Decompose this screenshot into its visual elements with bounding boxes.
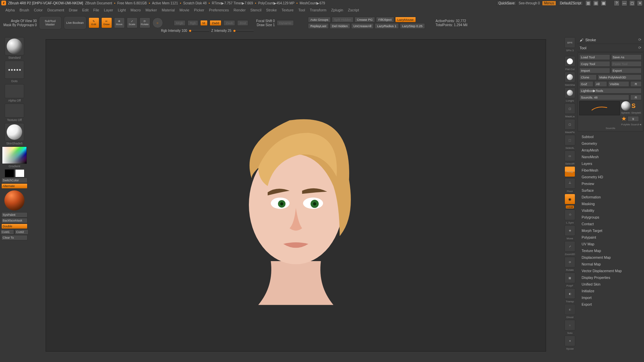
section-masking[interactable]: Masking xyxy=(577,200,644,207)
menu-stroke[interactable]: Stroke xyxy=(264,7,279,13)
section-import[interactable]: Import xyxy=(577,294,644,301)
scale-mode-button[interactable]: ⤢Scale xyxy=(127,17,138,28)
menu-preferences[interactable]: Preferences xyxy=(207,7,231,13)
m-button[interactable]: M xyxy=(200,20,208,26)
goz-visible-button[interactable]: Visible xyxy=(608,81,629,87)
lazymouse-button[interactable]: LazyMouse xyxy=(395,17,416,22)
zsub-button[interactable]: Zsub xyxy=(223,20,235,26)
panel-layout-2-icon[interactable]: ▤ xyxy=(593,0,599,6)
transp-button[interactable]: ◐ xyxy=(565,288,575,299)
alpha-slot[interactable] xyxy=(5,84,24,98)
local-button[interactable]: ◉ xyxy=(565,194,575,204)
z-intensity[interactable]: Z Intensity 25 xyxy=(211,29,231,33)
close-icon[interactable]: ✕ xyxy=(637,0,643,6)
rgb-button[interactable]: Rgb xyxy=(187,20,198,26)
rgb-intensity[interactable]: Rgb Intensity 100 xyxy=(161,29,187,33)
section-polypaint[interactable]: Polypaint xyxy=(577,234,644,241)
color-swatch-white[interactable] xyxy=(15,169,24,177)
menu-edit[interactable]: Edit xyxy=(80,7,91,13)
stroke-header[interactable]: 🖌 Stroke ⟳ xyxy=(577,36,644,44)
maximize-icon[interactable]: ▢ xyxy=(629,0,635,6)
current-tool-name[interactable]: Sourcils. 48 xyxy=(579,95,629,100)
section-visibility[interactable]: Visibility xyxy=(577,207,644,214)
menu-texture[interactable]: Texture xyxy=(279,7,296,13)
section-layers[interactable]: Layers xyxy=(577,160,644,167)
menu-stencil[interactable]: Stencil xyxy=(248,7,263,13)
section-deformation[interactable]: Deformation xyxy=(577,194,644,200)
brush-slot[interactable] xyxy=(5,37,24,55)
persp-button[interactable]: Persp xyxy=(565,166,575,177)
menu-tool[interactable]: Tool xyxy=(296,7,307,13)
split-hidden-button[interactable]: Split Hidden xyxy=(332,17,354,22)
menu-transform[interactable]: Transform xyxy=(308,7,328,13)
stroke-slot[interactable] xyxy=(5,61,24,79)
paste-tool-button[interactable]: Paste Tool xyxy=(611,61,642,67)
selectr-button[interactable]: ▭ xyxy=(565,150,575,161)
menu-marker[interactable]: Marker xyxy=(144,7,159,13)
uncrease-all-button[interactable]: UnCreaseAll xyxy=(351,23,374,29)
switch-color-button[interactable]: SwitchColor xyxy=(1,178,28,183)
menu-movie[interactable]: Movie xyxy=(177,7,191,13)
section-uv-map[interactable]: UV Map xyxy=(577,241,644,247)
tool-header[interactable]: Tool ⟳ xyxy=(577,44,644,52)
flatcol-button[interactable] xyxy=(565,56,575,67)
current-tool-thumb[interactable] xyxy=(579,101,620,115)
lightbox-tools-button[interactable]: Lightbox▶Tools xyxy=(579,88,642,94)
menu-material[interactable]: Material xyxy=(160,7,177,13)
quicksave-button[interactable]: QuickSave xyxy=(496,1,517,6)
menu-picker[interactable]: Picker xyxy=(192,7,206,13)
edit-mode-button[interactable]: ✎Edit xyxy=(89,17,99,28)
goz-all-button[interactable]: All xyxy=(594,81,607,87)
menu-zplugin[interactable]: Zplugin xyxy=(329,7,345,13)
texture-slot[interactable] xyxy=(5,104,24,118)
r2-button[interactable]: R xyxy=(630,95,642,100)
refresh-icon[interactable]: ⟳ xyxy=(638,38,641,42)
rotate-nav-button[interactable]: ⟳ xyxy=(565,257,575,267)
lazy-step[interactable]: LazyStep 0.25 xyxy=(400,23,425,29)
zcut-button[interactable]: Zcut xyxy=(237,20,248,26)
section-displacement-map[interactable]: Displacement Map xyxy=(577,254,644,261)
section-display-properties[interactable]: Display Properties xyxy=(577,274,644,281)
menu-draw[interactable]: Draw xyxy=(67,7,79,13)
section-arraymesh[interactable]: ArrayMesh xyxy=(577,147,644,154)
longhi-button[interactable] xyxy=(565,87,575,98)
load-tool-button[interactable]: Load Tool xyxy=(579,54,610,60)
section-geometry-hd[interactable]: Geometry HD xyxy=(577,174,644,180)
maskpe-button[interactable]: ▢ xyxy=(565,119,575,130)
menu-file[interactable]: File xyxy=(91,7,101,13)
section-normal-map[interactable]: Normal Map xyxy=(577,261,644,267)
cust2-button[interactable]: Cust2 xyxy=(15,229,29,235)
section-geometry[interactable]: Geometry xyxy=(577,140,644,147)
move-nav-button[interactable]: ✥ xyxy=(565,225,575,236)
live-boolean-button[interactable]: Live Boolean xyxy=(64,16,87,29)
material-sphere-preview[interactable] xyxy=(4,190,24,210)
clone-button[interactable]: Clone xyxy=(579,74,597,80)
bpr-button[interactable]: BPR xyxy=(565,37,575,48)
minimize-icon[interactable]: — xyxy=(622,0,627,6)
dynamic-button[interactable]: Dynamic xyxy=(277,20,294,26)
copy-tool-button[interactable]: Copy Tool xyxy=(579,61,610,67)
angle-of-view[interactable]: Angle Of View 30 xyxy=(11,19,37,23)
lazy-radius[interactable]: LazyRadius 1 xyxy=(375,23,399,29)
clear-to-button[interactable]: Clear To xyxy=(1,235,28,240)
section-unified-skin[interactable]: Unified Skin xyxy=(577,281,644,288)
selectl-button[interactable]: ⬚ xyxy=(565,135,575,145)
polyf-button[interactable]: ▦ xyxy=(565,273,575,283)
default-zscript-button[interactable]: DefaultZScript xyxy=(558,1,583,6)
document-viewport[interactable] xyxy=(46,39,546,352)
section-preview[interactable]: Preview xyxy=(577,180,644,187)
section-surface[interactable]: Surface xyxy=(577,187,644,194)
make-polymesh3d-button[interactable]: Make PolyMesh3D xyxy=(598,74,642,80)
zoom3d-button[interactable]: ⤢ xyxy=(565,241,575,252)
xpose-button[interactable]: ✦ xyxy=(565,336,575,346)
menu-light[interactable]: Light xyxy=(116,7,128,13)
menu-brush[interactable]: Brush xyxy=(17,7,31,13)
alternate-button[interactable]: Alternate xyxy=(1,183,28,189)
fill-object-button[interactable]: FillObject xyxy=(376,17,394,22)
lsym-button[interactable]: ⦵ xyxy=(565,209,575,220)
goz-button[interactable]: GoZ xyxy=(579,81,593,87)
menu-document[interactable]: Document xyxy=(45,7,66,13)
panel-layout-1-icon[interactable]: ▥ xyxy=(585,0,591,6)
save-as-button[interactable]: Save As xyxy=(611,54,642,60)
replay-last-button[interactable]: ReplayLast xyxy=(308,23,329,29)
